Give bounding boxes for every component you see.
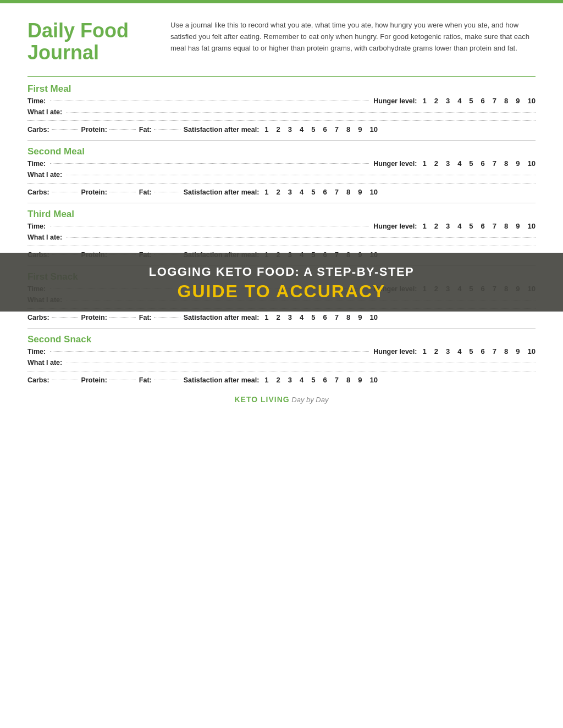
what-ate-row2: [27, 120, 536, 121]
divider-4: [27, 328, 536, 329]
header-section: Daily Food Journal Use a journal like th…: [27, 20, 536, 63]
meal-third-title: Third Meal: [27, 209, 536, 220]
meal-second-snack: Second Snack Time: Hunger level: 1234567…: [27, 334, 536, 384]
hunger-label: Hunger level:: [373, 97, 417, 105]
meal-first: First Meal Time: Hunger level: 123456789…: [27, 84, 536, 134]
page-title: Daily Food Journal: [27, 20, 148, 63]
meal-second-title: Second Meal: [27, 146, 536, 157]
meal-third: Third Meal Time: Hunger level: 123456789…: [27, 209, 536, 259]
meal-second-time-row: Time: Hunger level: 12345678910: [27, 159, 536, 168]
footer-day-by-day: Day by Day: [290, 396, 329, 404]
divider-1: [27, 140, 536, 141]
what-ate-label: What I ate:: [27, 108, 62, 116]
overlay-line1: LOGGING KETO FOOD: A STEP-BY-STEP: [0, 265, 563, 279]
sat-scale-1: 12345678910: [264, 125, 378, 134]
meal-first-time-row: Time: Hunger level: 12345678910: [27, 97, 536, 105]
divider-2: [27, 203, 536, 203]
meal-second: Second Meal Time: Hunger level: 12345678…: [27, 146, 536, 196]
footer-brand: KETO LIVING Day by Day: [27, 395, 536, 404]
hunger-scale: 12345678910: [422, 97, 536, 105]
what-ate-line: [67, 112, 536, 113]
overlay-line2: GUIDE TO ACCURACY: [0, 281, 563, 302]
meal-second-snack-title: Second Snack: [27, 334, 536, 345]
footer-keto-living: KETO LIVING: [234, 395, 289, 404]
page-content: Daily Food Journal Use a journal like th…: [0, 3, 563, 426]
header-description: Use a journal like this to record what y…: [170, 20, 536, 54]
what-ate-line2: [27, 120, 536, 121]
what-ate-row: What I ate:: [27, 108, 536, 116]
time-line: [50, 101, 369, 101]
header-divider: [27, 76, 536, 77]
overlay-banner: LOGGING KETO FOOD: A STEP-BY-STEP GUIDE …: [0, 253, 563, 312]
macros-row: Carbs: Protein: Fat: Satisfaction after …: [27, 125, 536, 134]
meal-first-title: First Meal: [27, 84, 536, 95]
time-label: Time:: [27, 97, 46, 105]
